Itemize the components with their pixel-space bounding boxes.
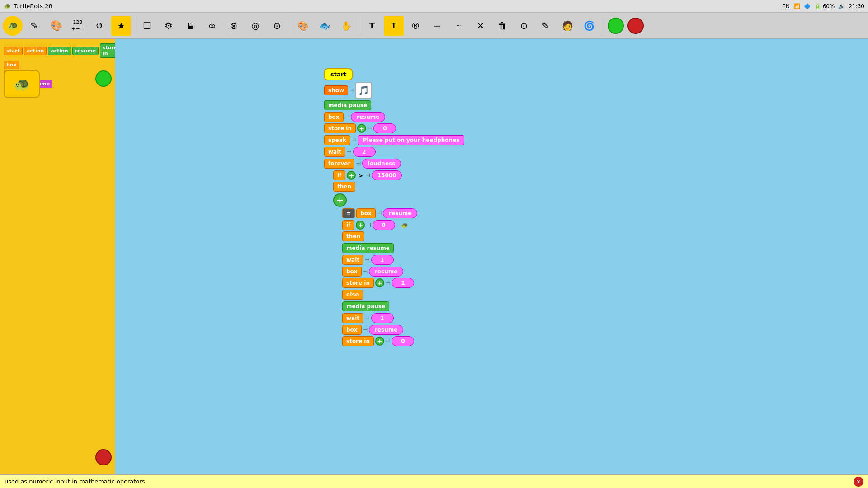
if-label-1[interactable]: if: [333, 170, 345, 180]
titlebar-right: EN 📶 🔷 🔋 60% 🔊 21:30: [782, 3, 864, 9]
stop-big-btn[interactable]: [95, 449, 112, 465]
wait-value-1[interactable]: 2: [353, 147, 376, 157]
run-btn[interactable]: [608, 18, 624, 34]
lp-controls: 🐢: [4, 70, 40, 98]
fish-btn[interactable]: 🐟: [315, 16, 335, 36]
wait-label-3[interactable]: wait: [342, 313, 363, 323]
plus-if-2[interactable]: +: [356, 221, 365, 230]
lp-action-1[interactable]: action: [24, 47, 47, 55]
if-label-2[interactable]: if: [342, 220, 354, 230]
one-value-1[interactable]: 1: [392, 278, 414, 288]
cross-circle-btn[interactable]: ◎: [245, 16, 265, 36]
minus-btn[interactable]: −: [427, 16, 447, 36]
conn-forever: [356, 160, 360, 167]
store-in-row-4: box resume: [342, 325, 464, 335]
plus-if-1[interactable]: +: [347, 171, 356, 180]
cross-btn[interactable]: ✕: [471, 16, 491, 36]
wait-block-3: wait 1: [342, 313, 464, 323]
box-label-3[interactable]: box: [342, 267, 362, 277]
plus-btn-4[interactable]: +: [375, 337, 384, 346]
store-in-row-2: = box resume: [342, 208, 464, 218]
registered-btn[interactable]: ®: [406, 16, 425, 36]
color-wheel-btn[interactable]: 🎨: [293, 16, 313, 36]
zero-value-1[interactable]: 0: [373, 123, 396, 133]
if-row-1: if + > 15000: [333, 170, 464, 180]
conn4: [363, 268, 368, 275]
then-label-1[interactable]: then: [333, 182, 355, 192]
lp-action-2[interactable]: action: [48, 47, 71, 55]
speak-label[interactable]: speak: [324, 135, 350, 145]
wait-value-2[interactable]: 1: [371, 255, 394, 265]
plus-btn-3[interactable]: +: [375, 278, 384, 287]
wait-value-3[interactable]: 1: [371, 313, 394, 323]
dot-circle-btn[interactable]: ⊙: [267, 16, 287, 36]
wait-block-2: wait 1: [342, 255, 464, 265]
colors-btn[interactable]: 🎨: [46, 16, 66, 36]
add-btn-nested[interactable]: +: [333, 193, 347, 207]
then-label-2[interactable]: then: [342, 231, 364, 241]
text-T-btn[interactable]: T: [362, 16, 382, 36]
wait-label-1[interactable]: wait: [324, 147, 345, 157]
conn6: [363, 327, 368, 333]
media-pause-label-2[interactable]: media pause: [342, 301, 389, 311]
pencil-btn[interactable]: ✎: [24, 16, 44, 36]
show-label[interactable]: show: [324, 85, 348, 95]
hand-btn[interactable]: ✋: [336, 16, 356, 36]
box-label-2[interactable]: box: [356, 208, 376, 218]
media-pause-block-2: media pause: [342, 301, 464, 311]
conn-wait2: [365, 257, 369, 263]
resume-value-4[interactable]: resume: [369, 325, 403, 335]
canvas-area[interactable]: start show 🎵 media pause box resume: [115, 39, 868, 474]
settings-btn[interactable]: ⚙: [159, 16, 179, 36]
layout-btn[interactable]: ☐: [137, 16, 157, 36]
else-label[interactable]: else: [342, 290, 363, 300]
person-btn[interactable]: 🧑: [557, 16, 577, 36]
pencil2-btn[interactable]: ✎: [536, 16, 556, 36]
battery-indicator: 🔋 60%: [814, 3, 835, 9]
refresh-btn[interactable]: ↺: [90, 16, 109, 36]
lp-start[interactable]: start: [4, 47, 23, 55]
plus-btn-1[interactable]: +: [357, 124, 366, 133]
store-in-row-1: box resume: [324, 112, 464, 122]
target-btn[interactable]: ⊙: [514, 16, 534, 36]
sep4: [602, 18, 602, 34]
loudness-value[interactable]: loudness: [362, 159, 401, 169]
store-in-label-3[interactable]: store in: [342, 278, 374, 288]
stop-btn[interactable]: [627, 18, 644, 34]
turtle-logo-btn[interactable]: 🐢: [3, 16, 23, 36]
wait-label-2[interactable]: wait: [342, 255, 363, 265]
zero-value-4[interactable]: 0: [392, 336, 414, 346]
forever-label[interactable]: forever: [324, 159, 354, 169]
media-resume-block: media resume: [342, 243, 464, 253]
store-in-label-1[interactable]: store in: [324, 123, 356, 133]
else-block: else: [342, 290, 464, 300]
speak-text[interactable]: Please put on your headphones: [358, 135, 464, 145]
store-in-label-4[interactable]: store in: [342, 336, 374, 346]
monitor-btn[interactable]: 🖥: [180, 16, 200, 36]
lp-box[interactable]: box: [4, 61, 19, 69]
media-resume-label[interactable]: media resume: [342, 243, 394, 253]
resume-value-1[interactable]: resume: [351, 112, 385, 122]
trash-btn[interactable]: 🗑: [492, 16, 512, 36]
gt-symbol: >: [357, 172, 364, 179]
infinity-btn[interactable]: ∞: [202, 16, 222, 36]
box-label-1[interactable]: box: [324, 112, 344, 122]
resume-value-2[interactable]: resume: [383, 208, 417, 218]
lp-resume-1[interactable]: resume: [72, 47, 99, 55]
statusbar-close-btn[interactable]: ×: [854, 477, 863, 487]
resume-value-3[interactable]: resume: [369, 267, 403, 277]
box-label-4[interactable]: box: [342, 325, 362, 335]
threshold-value[interactable]: 15000: [372, 170, 402, 180]
start-label[interactable]: start: [324, 68, 353, 80]
spiral-btn[interactable]: 🌀: [579, 16, 599, 36]
run-big-btn[interactable]: [95, 70, 112, 87]
cancel-btn[interactable]: ⊗: [224, 16, 244, 36]
text-T2-btn[interactable]: T: [384, 16, 404, 36]
conn3: [377, 210, 382, 216]
star-btn[interactable]: ★: [111, 16, 131, 36]
media-pause-label-1[interactable]: media pause: [324, 100, 371, 110]
eq-label: =: [342, 208, 355, 218]
dots-btn[interactable]: ⋯: [449, 16, 469, 36]
if-value-2[interactable]: 0: [373, 220, 395, 230]
counter-btn[interactable]: 123+−=: [68, 16, 88, 36]
